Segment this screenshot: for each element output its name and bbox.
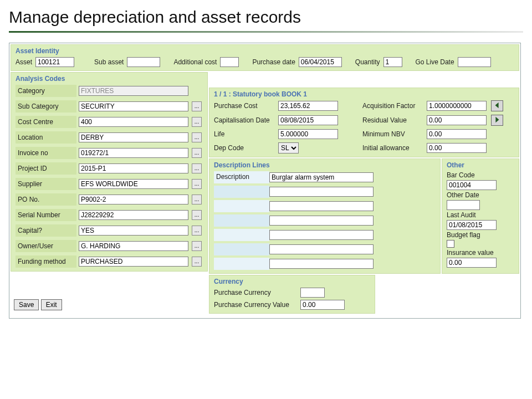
last-audit-label: Last Audit xyxy=(447,211,514,219)
acq-factor-label: Acquisition Factor xyxy=(362,102,423,110)
asset-identity-panel: Asset Identity Asset Sub asset Additiona… xyxy=(11,44,519,71)
exit-button[interactable]: Exit xyxy=(41,299,62,310)
other-date-label: Other Date xyxy=(447,191,514,199)
analysis-input-0[interactable] xyxy=(79,86,188,96)
analysis-label-4: Invoice no xyxy=(16,147,76,159)
page-title: Manage depreciation and asset records xyxy=(9,8,532,27)
analysis-lookup-4[interactable]: ... xyxy=(192,148,202,158)
budget-flag-checkbox[interactable] xyxy=(447,240,454,248)
cap-date-label: Capitalisation Date xyxy=(214,116,275,124)
life-label: Life xyxy=(214,130,275,138)
description-line-input-6[interactable] xyxy=(269,259,374,269)
residual-input[interactable] xyxy=(427,115,487,125)
additional-cost-label: Additional cost xyxy=(173,58,217,66)
dep-code-label: Dep Code xyxy=(214,144,275,152)
init-allow-label: Initial allowance xyxy=(362,144,423,152)
description-grid: Description xyxy=(214,171,436,270)
analysis-label-7: PO No. xyxy=(16,193,76,206)
description-line-input-2[interactable] xyxy=(269,201,374,211)
budget-flag-label: Budget flag xyxy=(447,231,514,239)
analysis-label-9: Capital? xyxy=(16,224,76,237)
purchase-cost-input[interactable] xyxy=(278,101,338,111)
bar-code-input[interactable] xyxy=(447,180,497,190)
go-live-label: Go Live Date xyxy=(416,58,454,66)
analysis-input-2[interactable] xyxy=(79,117,188,127)
analysis-input-8[interactable] xyxy=(79,210,188,220)
purchase-cost-label: Purchase Cost xyxy=(214,102,275,110)
description-line-label-1 xyxy=(214,186,269,198)
analysis-input-4[interactable] xyxy=(79,148,188,158)
analysis-label-3: Location xyxy=(16,131,76,144)
description-line-input-0[interactable] xyxy=(269,172,374,182)
analysis-input-1[interactable] xyxy=(79,101,188,111)
purchase-currency-value-label: Purchase Currency Value xyxy=(214,301,297,309)
save-button[interactable]: Save xyxy=(14,299,39,310)
other-date-input[interactable] xyxy=(447,200,480,210)
analysis-input-9[interactable] xyxy=(79,226,188,236)
book-prev-button[interactable] xyxy=(491,100,503,111)
min-nbv-input[interactable] xyxy=(427,129,487,139)
acq-factor-input[interactable] xyxy=(427,101,487,111)
purchase-date-input[interactable] xyxy=(299,57,342,67)
analysis-label-11: Funding method xyxy=(16,255,76,268)
description-line-label-3 xyxy=(214,214,269,227)
analysis-codes-panel: Analysis Codes CategorySub Category...Co… xyxy=(11,72,208,272)
last-audit-input[interactable] xyxy=(447,220,497,230)
analysis-lookup-2[interactable]: ... xyxy=(192,117,202,127)
description-line-input-4[interactable] xyxy=(269,230,374,240)
analysis-lookup-5[interactable]: ... xyxy=(192,163,202,173)
residual-label: Residual Value xyxy=(362,116,423,124)
book-next-button[interactable] xyxy=(491,115,503,126)
analysis-lookup-8[interactable]: ... xyxy=(192,210,202,220)
insurance-input[interactable] xyxy=(447,258,497,268)
analysis-input-7[interactable] xyxy=(79,195,188,204)
min-nbv-label: Minimum NBV xyxy=(362,130,423,138)
dep-code-select[interactable]: SL xyxy=(278,142,299,154)
bar-code-label: Bar Code xyxy=(447,171,514,179)
analysis-lookup-6[interactable]: ... xyxy=(192,179,202,189)
description-panel: Description Lines Description xyxy=(209,158,441,274)
analysis-label-0: Category xyxy=(16,85,76,97)
life-input[interactable] xyxy=(278,129,338,139)
other-title: Other xyxy=(447,161,514,169)
analysis-label-1: Sub Category xyxy=(16,100,76,112)
analysis-lookup-1[interactable]: ... xyxy=(192,101,202,111)
description-line-label-5 xyxy=(214,243,269,255)
analysis-input-6[interactable] xyxy=(79,179,188,189)
analysis-grid: CategorySub Category...Cost Centre...Loc… xyxy=(16,85,203,268)
description-line-input-3[interactable] xyxy=(269,216,374,226)
analysis-label-10: Owner/User xyxy=(16,240,76,252)
analysis-input-11[interactable] xyxy=(79,257,188,267)
purchase-currency-value-input[interactable] xyxy=(300,300,345,310)
analysis-lookup-10[interactable]: ... xyxy=(192,241,202,251)
analysis-label-6: Supplier xyxy=(16,178,76,190)
purchase-currency-label: Purchase Currency xyxy=(214,289,297,296)
go-live-input[interactable] xyxy=(458,57,491,67)
analysis-label-8: Serial Number xyxy=(16,209,76,221)
title-rule xyxy=(9,31,523,33)
description-line-input-1[interactable] xyxy=(269,187,374,197)
analysis-codes-title: Analysis Codes xyxy=(16,75,203,83)
insurance-label: Insurance value xyxy=(447,249,514,257)
quantity-input[interactable] xyxy=(383,57,402,67)
cap-date-input[interactable] xyxy=(278,115,338,125)
description-line-label-2 xyxy=(214,200,269,212)
analysis-input-10[interactable] xyxy=(79,241,188,251)
asset-input[interactable] xyxy=(35,57,74,67)
analysis-input-5[interactable] xyxy=(79,163,188,173)
description-line-input-5[interactable] xyxy=(269,244,374,254)
additional-cost-input[interactable] xyxy=(220,57,239,67)
analysis-lookup-9[interactable]: ... xyxy=(192,226,202,236)
description-title: Description Lines xyxy=(214,161,436,169)
analysis-input-3[interactable] xyxy=(79,132,188,142)
analysis-label-5: Project ID xyxy=(16,162,76,175)
analysis-lookup-7[interactable]: ... xyxy=(192,195,202,204)
init-allow-input[interactable] xyxy=(427,143,487,153)
analysis-lookup-3[interactable]: ... xyxy=(192,132,202,142)
currency-panel: Currency Purchase Currency Purchase Curr… xyxy=(209,275,375,314)
purchase-currency-input[interactable] xyxy=(300,288,325,298)
analysis-label-2: Cost Centre xyxy=(16,116,76,128)
analysis-lookup-11[interactable]: ... xyxy=(192,257,202,267)
sub-asset-input[interactable] xyxy=(127,57,160,67)
purchase-date-label: Purchase date xyxy=(252,58,295,66)
